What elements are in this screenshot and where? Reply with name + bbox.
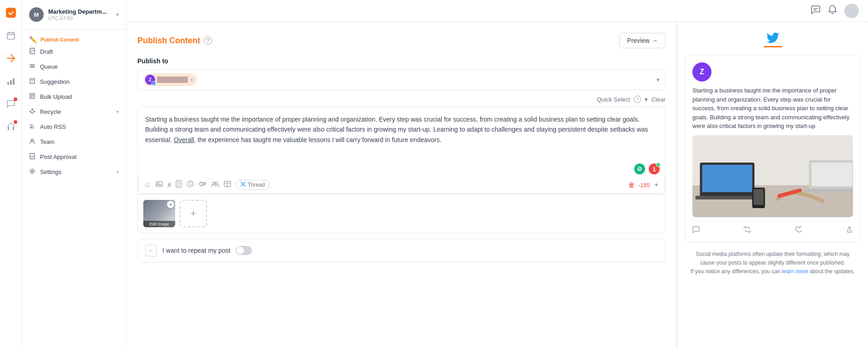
schedule-icon[interactable] <box>187 180 194 189</box>
chip-remove-button[interactable]: × <box>190 77 193 83</box>
tweet-retweet-icon[interactable] <box>743 226 752 235</box>
image-upload-icon[interactable] <box>156 180 163 189</box>
sidebar-item-draft[interactable]: Draft <box>22 44 126 59</box>
image-edit-label[interactable]: Edit Image <box>143 221 175 227</box>
quick-select-label: Quick Select <box>597 96 630 103</box>
quick-select-row: Quick Select ? ▾ Clear <box>137 96 666 103</box>
svg-point-17 <box>213 182 215 184</box>
tweet-actions <box>692 222 853 235</box>
org-info: Marketing Departm... UTC-07:00 <box>48 8 111 21</box>
images-section: × Edit Image + <box>137 194 666 233</box>
svg-rect-13 <box>156 182 162 186</box>
sidebar-item-recycle[interactable]: Recycle ▾ <box>22 104 126 119</box>
recycle-chevron: ▾ <box>116 109 119 114</box>
pencil-icon: ✏️ <box>29 36 37 43</box>
engage-icon[interactable] <box>4 97 18 111</box>
tweet-like-icon[interactable] <box>795 226 802 235</box>
icon-rail <box>0 0 22 347</box>
user-avatar[interactable] <box>844 4 859 18</box>
svg-rect-7 <box>30 48 35 54</box>
layout-icon[interactable] <box>224 181 231 189</box>
svg-rect-24 <box>696 196 759 199</box>
collapse-button[interactable]: ← <box>145 245 157 256</box>
file-icon[interactable] <box>176 180 182 189</box>
editor-panel: Publish Content ? Preview → Publish to Z… <box>126 22 677 347</box>
magic-wand-icon[interactable]: ✦ <box>654 181 659 189</box>
sidebar-item-suggestion[interactable]: Suggestion <box>22 74 126 89</box>
panel-title-text: Publish Content <box>137 36 200 46</box>
sidebar-item-bulk-upload[interactable]: Bulk Upload <box>22 89 126 104</box>
ai-indicator-green <box>634 163 645 174</box>
svg-rect-30 <box>754 189 764 205</box>
hashtag-icon[interactable]: # <box>167 181 171 189</box>
thread-twitter-icon <box>241 182 246 188</box>
sidebar-item-queue[interactable]: Queue <box>22 59 126 74</box>
verified-badge: ✓ <box>151 81 156 86</box>
content-area: Publish Content ? Preview → Publish to Z… <box>126 22 868 347</box>
preview-tabs <box>764 29 782 47</box>
quick-select-info-icon[interactable]: ? <box>634 96 641 103</box>
account-chip-name: ████████ <box>157 77 188 83</box>
preview-button[interactable]: Preview → <box>619 33 666 48</box>
rss-icon <box>29 123 35 131</box>
repeat-toggle[interactable] <box>236 246 252 255</box>
quick-select-chevron[interactable]: ▾ <box>645 96 648 103</box>
sidebar-item-settings[interactable]: Settings ▾ <box>22 164 126 179</box>
image-thumbnail[interactable]: × Edit Image <box>143 200 175 227</box>
org-header[interactable]: M Marketing Departm... UTC-07:00 ▾ <box>22 7 126 30</box>
add-image-button[interactable]: + <box>180 200 207 227</box>
learn-more-link[interactable]: learn more <box>782 268 808 275</box>
thread-button[interactable]: Thread <box>236 180 270 190</box>
help-icon[interactable]: ? <box>204 36 212 45</box>
sidebar-item-post-approval[interactable]: Post Approval <box>22 149 126 164</box>
account-selector[interactable]: Z ✓ ████████ × ▾ <box>137 69 666 90</box>
settings-chevron: ▾ <box>116 169 119 174</box>
publish-to-label: Publish to <box>137 57 666 65</box>
image-remove-button[interactable]: × <box>167 201 174 208</box>
ai-indicator-red: 1 + <box>649 163 660 174</box>
tweet-header: Z <box>692 62 853 82</box>
boost-icon[interactable] <box>198 181 207 189</box>
org-dropdown-chevron[interactable]: ▾ <box>116 11 119 18</box>
clear-button[interactable]: Clear <box>651 96 666 103</box>
team-icon <box>29 138 35 146</box>
svg-rect-4 <box>13 78 15 85</box>
tweet-share-icon[interactable] <box>846 226 853 235</box>
org-timezone: UTC-07:00 <box>48 15 111 21</box>
analytics-icon[interactable] <box>4 74 18 88</box>
logo-icon[interactable] <box>4 5 18 20</box>
repeat-section: ← I want to repeat my post <box>137 239 666 262</box>
svg-rect-27 <box>805 189 853 192</box>
sidebar-item-team[interactable]: Team <box>22 134 126 149</box>
delete-icon[interactable]: 🗑 <box>628 181 635 189</box>
editor-toolbar: ☺ # <box>138 176 665 194</box>
repeat-label: I want to repeat my post <box>162 247 230 254</box>
panel-title: Publish Content ? <box>137 36 212 46</box>
emoji-icon[interactable]: ☺ <box>144 181 151 189</box>
sidebar-item-publish-content[interactable]: ✏️ Publish Content <box>22 33 126 44</box>
svg-rect-2 <box>7 82 9 85</box>
preview-tab-twitter[interactable] <box>764 29 782 47</box>
sidebar-item-auto-rss[interactable]: Auto RSS <box>22 119 126 134</box>
recycle-icon <box>29 108 35 116</box>
topbar <box>126 0 868 22</box>
tweet-comment-icon[interactable] <box>692 226 700 235</box>
notifications-icon[interactable] <box>828 5 837 17</box>
group-icon[interactable] <box>211 181 219 189</box>
text-editor-wrapper: Starting a business taught me the import… <box>137 107 666 194</box>
messages-icon[interactable] <box>811 5 821 17</box>
account-chip-avatar: Z ✓ <box>145 75 155 85</box>
selector-dropdown-chevron[interactable]: ▾ <box>656 76 660 83</box>
listen-icon[interactable] <box>4 119 18 134</box>
panel-title-row: Publish Content ? Preview → <box>137 33 666 48</box>
calendar-icon[interactable] <box>4 28 18 43</box>
preview-panel: Z Starting a business taught me the impo… <box>677 22 868 347</box>
post-approval-icon <box>29 153 35 161</box>
publish-icon[interactable] <box>4 51 18 66</box>
svg-rect-0 <box>6 8 16 18</box>
tweet-avatar: Z <box>692 62 712 82</box>
text-editor[interactable]: Starting a business taught me the import… <box>138 107 665 162</box>
tweet-card: Z Starting a business taught me the impo… <box>685 55 861 243</box>
org-name: Marketing Departm... <box>48 8 111 15</box>
svg-rect-1 <box>7 33 15 39</box>
